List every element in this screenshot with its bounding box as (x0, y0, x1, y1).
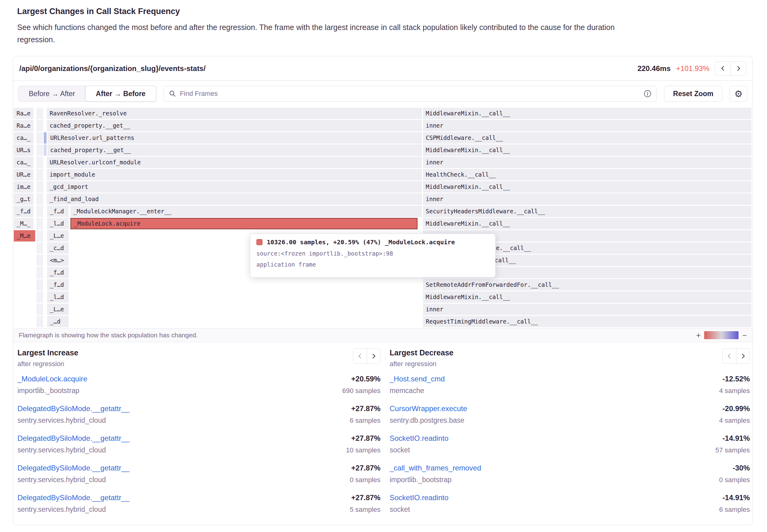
change-percent: -12.52% (719, 375, 750, 383)
flame-frame[interactable]: inner (423, 157, 751, 168)
flame-frame[interactable] (36, 267, 43, 278)
previous-endpoint-button[interactable] (715, 62, 731, 75)
flame-frame[interactable]: _f…d (14, 206, 33, 217)
flame-frame[interactable]: _l…d (47, 291, 69, 303)
flame-frame[interactable]: ca…_ (14, 132, 33, 144)
flame-frame[interactable]: ca…_ (14, 157, 33, 168)
function-link[interactable]: CursorWrapper.execute (390, 404, 467, 413)
change-percent: -20.99% (719, 404, 750, 413)
function-link[interactable]: DelegatedBySiloMode.__getattr__ (17, 404, 130, 413)
increase-next-button[interactable] (366, 349, 380, 363)
next-endpoint-button[interactable] (731, 62, 746, 75)
flame-frame[interactable]: _g…t (14, 193, 33, 205)
flame-frame[interactable]: inner (423, 120, 751, 131)
flame-frame[interactable] (36, 169, 43, 180)
flame-frame[interactable]: cached_property.__get__ (47, 120, 422, 131)
function-link[interactable]: _call_with_frames_removed (390, 464, 481, 472)
flame-frame[interactable] (36, 144, 43, 156)
flame-frame[interactable] (36, 279, 43, 290)
flame-frame[interactable]: cached_property.__get__ (47, 144, 422, 156)
flamegraph[interactable]: 10326.00 samples, +20.59% (47%) _ModuleL… (13, 108, 752, 328)
tooltip-source: source:<frozen importlib._bootstrap>:98 (256, 250, 489, 257)
flame-frame[interactable]: import_module (47, 169, 422, 180)
flame-frame[interactable]: _L…e (47, 230, 69, 242)
search-input[interactable] (180, 90, 640, 98)
flame-frame[interactable] (36, 132, 43, 144)
find-frames-search[interactable] (163, 86, 657, 102)
decrease-previous-button[interactable] (723, 349, 736, 363)
function-link[interactable]: _ModuleLock.acquire (17, 375, 87, 383)
segment-after-before[interactable]: After → Before (85, 86, 156, 102)
diff-color-legend: + − (696, 331, 747, 340)
flame-frame[interactable] (44, 132, 47, 144)
flame-frame[interactable]: UR…e (14, 169, 33, 180)
flame-frame[interactable]: inner (423, 304, 751, 315)
flame-frame[interactable]: URLResolver.urlconf_module (47, 157, 422, 168)
segment-before-after[interactable]: Before → After (18, 86, 85, 101)
flame-frame-selected[interactable]: _ModuleLock.acquire (70, 218, 418, 229)
flame-frame[interactable] (36, 108, 43, 119)
increase-previous-button[interactable] (353, 349, 366, 363)
flame-frame[interactable]: RequestTimingMiddleware.__call__ (423, 316, 751, 327)
flame-frame[interactable]: CSPMiddleware.__call__ (423, 132, 751, 144)
flame-frame[interactable]: URLResolver.url_patterns (47, 132, 422, 144)
flame-frame[interactable]: UR…s (14, 144, 33, 156)
flame-frame[interactable]: Ra…e (14, 120, 33, 131)
flame-frame[interactable]: _gcd_import (47, 181, 422, 193)
flame-frame[interactable]: _l…d (47, 218, 69, 229)
flame-frame[interactable]: SetRemoteAddrFromForwardedFor.__call__ (423, 279, 751, 290)
flame-frame[interactable]: MiddlewareMixin.__call__ (423, 181, 751, 193)
function-link[interactable]: _Host.send_cmd (390, 375, 445, 383)
flame-frame[interactable] (36, 242, 43, 254)
sample-count: 5 samples (350, 506, 380, 514)
flame-frame[interactable]: _…d (47, 316, 69, 327)
flame-row: _M…__l…d_ModuleLock.acquireMiddlewareMix… (13, 218, 752, 229)
function-package: sentry.services.hybrid_cloud (17, 476, 130, 484)
flame-frame[interactable]: _f…d (47, 267, 69, 278)
flame-frame[interactable]: <m…> (47, 255, 69, 266)
reset-zoom-button[interactable]: Reset Zoom (664, 86, 722, 102)
change-list-item: DelegatedBySiloMode.__getattr__sentry.se… (17, 493, 380, 523)
flame-row: _g…t_find_and_loadinner (13, 193, 752, 205)
flame-frame[interactable] (36, 230, 43, 242)
flame-frame[interactable]: _ModuleLockManager.__enter__ (70, 206, 422, 217)
flame-frame[interactable]: _L…e (47, 304, 69, 315)
flame-frame[interactable]: _f…d (47, 206, 69, 217)
flame-frame[interactable]: MiddlewareMixin.__call__ (423, 108, 751, 119)
flame-frame[interactable]: MiddlewareMixin.__call__ (423, 218, 751, 229)
flame-frame[interactable] (44, 144, 47, 156)
decrease-next-button[interactable] (736, 349, 750, 363)
flame-frame-selected[interactable]: _M…e (14, 230, 35, 242)
change-percent: +27.87% (350, 464, 380, 472)
function-link[interactable]: DelegatedBySiloMode.__getattr__ (17, 464, 130, 472)
flame-frame[interactable]: _f…d (47, 279, 69, 290)
flame-frame[interactable] (36, 193, 43, 205)
flame-row: _f…d_f…d_ModuleLockManager.__enter__Secu… (13, 206, 752, 217)
flame-frame[interactable]: HealthCheck.__call__ (423, 169, 751, 180)
flame-frame[interactable] (36, 120, 43, 131)
flame-frame[interactable] (36, 181, 43, 193)
flame-frame[interactable] (36, 218, 43, 229)
flame-frame[interactable] (36, 157, 43, 168)
flame-frame[interactable] (36, 316, 43, 327)
flame-frame[interactable]: im…e (14, 181, 33, 193)
flame-frame[interactable] (36, 304, 43, 315)
flame-frame[interactable]: _M…_ (14, 218, 33, 229)
info-icon[interactable] (644, 90, 652, 98)
flame-frame[interactable]: Ra…e (14, 108, 33, 119)
function-link[interactable]: DelegatedBySiloMode.__getattr__ (17, 493, 130, 502)
flame-frame[interactable]: inner (423, 193, 751, 205)
flame-frame[interactable] (36, 255, 43, 266)
settings-button[interactable]: ⚙ (730, 86, 747, 102)
flame-frame[interactable]: RavenResolver._resolve (47, 108, 422, 119)
flame-frame[interactable] (36, 291, 43, 303)
flame-frame[interactable] (36, 206, 43, 217)
flame-frame[interactable]: MiddlewareMixin.__call__ (423, 291, 751, 303)
flame-frame[interactable]: MiddlewareMixin.__call__ (423, 144, 751, 156)
flame-frame[interactable]: _find_and_load (47, 193, 422, 205)
function-link[interactable]: SocketIO.readinto (390, 434, 449, 443)
flame-frame[interactable]: SecurityHeadersMiddleware.__call__ (423, 206, 751, 217)
flame-frame[interactable]: _c…d (47, 242, 69, 254)
function-link[interactable]: DelegatedBySiloMode.__getattr__ (17, 434, 130, 443)
function-link[interactable]: SocketIO.readinto (390, 493, 449, 502)
